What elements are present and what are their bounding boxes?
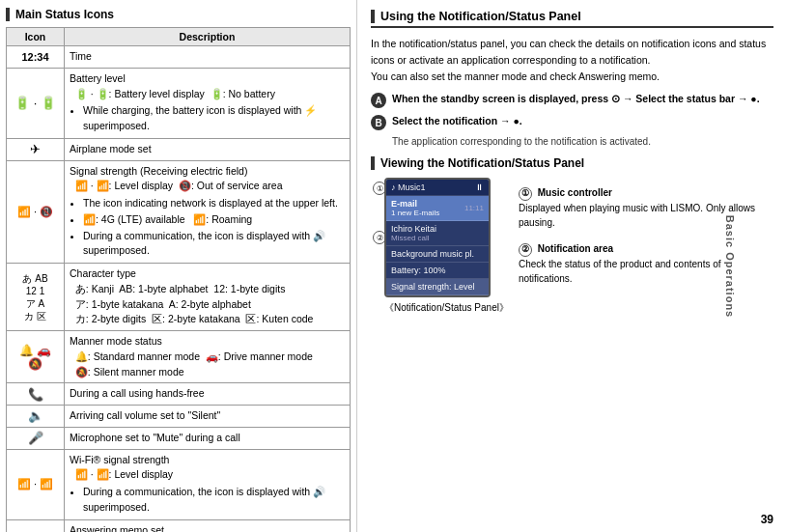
phone-row-signal: Signal strength: Level [386, 279, 489, 295]
viewing-title: Viewing the Notification/Status Panel [380, 156, 584, 170]
annotation-1-marker: ① [519, 187, 532, 201]
annotation-2-title: Notification area [538, 243, 613, 254]
annotation-1-title: Music controller [538, 187, 612, 198]
table-row: 12:34 Time [7, 46, 351, 69]
annotation-2-text: Check the status of the product and cont… [519, 259, 721, 284]
phone-row-music: ♪ Music1 ⏸ [386, 180, 489, 196]
left-panel: Main Status Icons Icon Description 12:34… [0, 0, 357, 532]
icon-cell: 🔋 · 🔋 [7, 68, 65, 138]
desc-cell: Signal strength (Receiving electric fiel… [65, 160, 351, 264]
notification-label: 《Notification/Status Panel》 [384, 301, 509, 315]
right-section-title: Using the Notification/Status Panel [380, 10, 581, 23]
desc-cell: Time [65, 46, 351, 69]
col-header-desc: Description [65, 28, 351, 46]
icon-cell: 12:34 [7, 46, 65, 69]
phone-row-sublabel: Missed call [391, 234, 436, 242]
icon-cell: 📞 [7, 383, 65, 406]
annotation-1-text: Displayed when playing music with LISMO.… [519, 203, 755, 228]
icon-cell: 📶 · 📶 [7, 449, 65, 519]
table-row: 🔋 · 🔋 Battery level 🔋 · 🔋: Battery level… [7, 68, 351, 138]
step-b: B Select the notification → ●. [371, 114, 773, 130]
phone-row-email: E-mail 1 new E-mails 11:11 [386, 196, 489, 221]
phone-screen: ♪ Music1 ⏸ E-mail 1 new E-mails 11:11 [386, 180, 489, 295]
desc-cell: Microphone set to "Mute" during a call [65, 427, 351, 449]
icon-cell: 🔔 🚗🔕 [7, 331, 65, 383]
step-b-text: Select the notification → ●. [392, 114, 522, 129]
step-a-num: A [371, 93, 386, 108]
left-section-header: Main Status Icons [6, 8, 351, 21]
viewing-section-header: Viewing the Notification/Status Panel [371, 156, 773, 170]
phone-row-label: E-mail [391, 199, 439, 209]
desc-cell: During a call using hands-free [65, 383, 351, 406]
table-row: 🎤 Microphone set to "Mute" during a call [7, 427, 351, 449]
intro-text: In the notification/status panel, you ca… [371, 36, 773, 84]
desc-cell: Wi-Fi® signal strength 📶 · 📶: Level disp… [65, 449, 351, 519]
desc-cell: Character type あ: Kanji AB: 1-byte alpha… [65, 264, 351, 331]
table-row: あ AB12 1ア Aカ 区 Character type あ: Kanji A… [7, 264, 351, 331]
right-panel: Using the Notification/Status Panel In t… [357, 0, 787, 532]
phone-row-label: Battery: 100% [391, 266, 446, 275]
step-b-sub: The application corresponding to the not… [392, 136, 773, 147]
desc-cell: Airplane mode set [65, 138, 351, 160]
table-row: ✈ Airplane mode set [7, 138, 351, 160]
table-row: 📞 During a call using hands-free [7, 383, 351, 406]
status-icons-table: Icon Description 12:34 Time 🔋 · 🔋 Batter… [6, 27, 351, 532]
page-number: 39 [761, 513, 773, 526]
desc-cell: Answering memo set 📧: No Answering memo … [65, 519, 351, 532]
table-row: 📶 · 📶 Wi-Fi® signal strength 📶 · 📶: Leve… [7, 449, 351, 519]
side-label: Basic Operations [724, 214, 736, 317]
header-bar [6, 8, 10, 21]
right-section-header: Using the Notification/Status Panel [371, 10, 773, 28]
annotation-2-marker: ② [519, 243, 532, 257]
icon-cell: 🎤 [7, 427, 65, 449]
left-section-title: Main Status Icons [15, 8, 114, 21]
table-row: 🔈 Arriving call volume set to "Silent" [7, 406, 351, 428]
icon-cell: あ AB12 1ア Aカ 区 [7, 264, 65, 331]
phone-row-time: 11:11 [464, 204, 484, 212]
phone-row-battery: Battery: 100% [386, 263, 489, 279]
phone-row-label: Background music pl. [391, 249, 474, 259]
phone-row-label: ♪ Music1 [391, 182, 426, 192]
icon-cell: 🔈 [7, 406, 65, 428]
phone-area: ① ② ♪ Music1 ⏸ E-mail 1 new E-mails [371, 178, 773, 315]
phone-mockup: ♪ Music1 ⏸ E-mail 1 new E-mails 11:11 [384, 178, 491, 297]
icon-cell: ✈ [7, 138, 65, 160]
step-b-num: B [371, 115, 386, 130]
phone-row-bgmusic: Background music pl. [386, 246, 489, 263]
phone-row-label: Ichiro Keitai [391, 224, 436, 234]
phone-row-label: Signal strength: Level [391, 282, 475, 292]
step-a-text: When the standby screen is displayed, pr… [392, 92, 760, 107]
phone-row-icon: ⏸ [475, 182, 484, 192]
icon-cell: 📧 📧📧 [7, 519, 65, 532]
table-row: 📶 · 📵 Signal strength (Receiving electri… [7, 160, 351, 264]
col-header-icon: Icon [7, 28, 65, 46]
desc-cell: Arriving call volume set to "Silent" [65, 406, 351, 428]
desc-cell: Battery level 🔋 · 🔋: Battery level displ… [65, 68, 351, 138]
viewing-bar [371, 156, 375, 170]
phone-row-sublabel: 1 new E-mails [391, 209, 439, 217]
table-row: 🔔 🚗🔕 Manner mode status 🔔: Standard mann… [7, 331, 351, 383]
right-header-bar [371, 10, 375, 23]
step-a: A When the standby screen is displayed, … [371, 92, 773, 108]
table-row: 📧 📧📧 Answering memo set 📧: No Answering … [7, 519, 351, 532]
desc-cell: Manner mode status 🔔: Standard manner mo… [65, 331, 351, 383]
icon-cell: 📶 · 📵 [7, 160, 65, 264]
phone-container: ① ② ♪ Music1 ⏸ E-mail 1 new E-mails [384, 178, 509, 315]
phone-row-ichiro: Ichiro Keitai Missed call [386, 221, 489, 246]
